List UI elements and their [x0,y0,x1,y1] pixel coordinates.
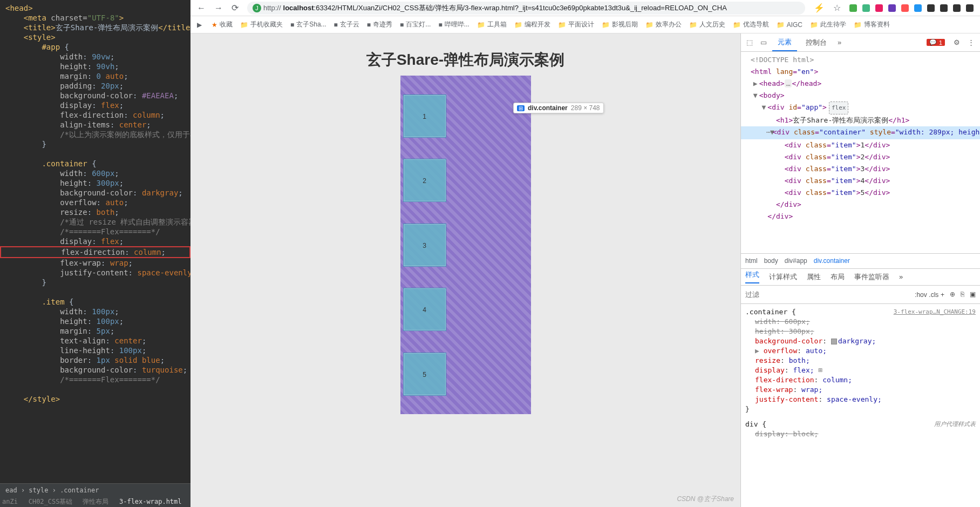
dom-tree[interactable]: <!DOCTYPE html><html lang="en"> ▶<head>…… [741,52,980,253]
styles-pane[interactable]: .container {3-flex-wrap…N_CHANGE:19width… [741,304,980,508]
dom-node[interactable]: ▼⋯<div class="container" style="width: 2… [741,126,980,139]
dom-node[interactable]: <h1>玄子Share-弹性布局演示案例</h1> [741,114,980,126]
code-line[interactable]: background-color: turquoise; [0,365,190,375]
breadcrumb-item[interactable]: html [745,257,758,265]
dom-node[interactable]: <div class="item">4</div> [741,175,980,187]
code-line[interactable]: .item { [0,297,190,307]
bookmark-item[interactable]: 📁AIGC [777,21,802,29]
code-line[interactable] [0,149,190,159]
bookmark-item[interactable]: 📁博客资料 [854,20,890,29]
bookmark-item[interactable]: 📁影视后期 [602,20,638,29]
code-line[interactable]: text-align: center; [0,336,190,346]
bookmark-item[interactable]: 📁工具箱 [477,20,507,29]
style-tab[interactable]: 布局 [831,272,845,282]
device-icon[interactable]: ▭ [758,36,769,49]
extension-icon[interactable] [849,4,857,12]
panel-icon[interactable]: ▣ [970,290,976,298]
extension-icon[interactable] [862,4,870,12]
code-line[interactable]: width: 600px; [0,168,190,178]
code-line[interactable]: resize: both; [0,207,190,217]
lightning-icon[interactable]: ⚡ [814,3,825,13]
bookmark-item[interactable]: ■玄子Sha... [290,20,326,29]
code-area[interactable]: <head> <meta charset="UTF-8"> <title>玄子S… [0,0,190,483]
inspect-icon[interactable]: ⬚ [744,36,755,49]
style-tab[interactable]: » [899,273,903,281]
code-line[interactable]: margin: 0 auto; [0,71,190,81]
gear-icon[interactable]: ⚙ [951,36,962,49]
filter-chip[interactable]: + [941,291,944,299]
code-line[interactable]: .container { [0,159,190,168]
style-tab[interactable]: 计算样式 [769,272,797,282]
breadcrumb-item[interactable]: body [764,257,778,265]
code-line[interactable]: flex-wrap: wrap; [0,258,190,268]
code-line[interactable]: display: flex; [0,100,190,110]
star-icon[interactable]: ☆ [833,3,841,13]
bookmark-item[interactable]: 📁此生待学 [810,20,846,29]
style-tab[interactable]: 样式 [745,270,759,283]
code-line[interactable]: <head> [0,3,190,13]
extension-icon[interactable] [875,4,883,12]
code-line[interactable]: height: 90vh; [0,62,190,71]
dom-node[interactable]: <div class="item">5</div> [741,187,980,199]
bookmark-item[interactable]: ■百宝灯... [400,20,431,29]
code-line[interactable]: /*通过 resize 样式自由调整演示容器大小*/ [0,217,190,227]
code-line[interactable]: display: flex; [0,236,190,246]
dom-node[interactable]: <html lang="en"> [741,66,980,78]
code-line[interactable]: /*=======Flex=======*/ [0,227,190,236]
editor-path-tabs[interactable]: anZi ›CH02_CSS基础 ›弹性布局 ›3-flex-wrap.html… [0,495,190,507]
extension-icon[interactable] [966,4,974,12]
extension-icon[interactable] [953,4,961,12]
breadcrumb-item[interactable]: div#app [785,257,807,265]
code-line[interactable]: background-color: darkgray; [0,188,190,198]
dom-node[interactable]: <div class="item">1</div> [741,139,980,151]
code-line[interactable] [0,287,190,297]
code-line[interactable]: } [0,139,190,149]
bookmark-item[interactable]: 📁优选导航 [733,20,769,29]
code-line[interactable]: flex-direction: column; [0,110,190,120]
dom-node[interactable]: <!DOCTYPE html> [741,54,980,66]
code-line[interactable]: height: 300px; [0,178,190,188]
forward-icon[interactable]: → [214,3,223,13]
dom-node[interactable]: </div> [741,211,980,222]
styles-filter-input[interactable] [745,290,909,299]
code-line[interactable]: /*=======Flex=======*/ [0,375,190,384]
code-line[interactable]: padding: 20px; [0,81,190,91]
bookmark-item[interactable]: ■奇迹秀 [367,20,392,29]
tab-console[interactable]: 控制台 [800,35,832,51]
code-line[interactable]: <meta charset="UTF-8"> [0,13,190,23]
dom-node[interactable]: <div class="item">3</div> [741,163,980,175]
bookmark-item[interactable]: ■哔哩哔... [438,20,469,29]
pin-icon[interactable]: ⎘ [961,290,964,298]
filter-chip[interactable]: .cls [929,291,938,299]
code-line[interactable]: width: 100px; [0,307,190,316]
code-line[interactable]: } [0,278,190,287]
style-tab[interactable]: 事件监听器 [854,272,889,282]
error-badge[interactable]: 💬1 [927,39,945,46]
dom-node[interactable]: ▼<div id="app">flex [741,102,980,114]
bookmark-item[interactable]: ■玄子云 [334,20,359,29]
breadcrumb-item[interactable]: div.container [814,257,850,265]
filter-chip[interactable]: :hov [915,291,927,299]
code-line[interactable]: height: 100px; [0,316,190,326]
reload-icon[interactable]: ⟳ [232,3,239,13]
code-line[interactable]: overflow: auto; [0,198,190,207]
more-tabs-icon[interactable]: » [835,36,843,49]
code-line[interactable]: align-items: center; [0,120,190,130]
extension-icon[interactable] [940,4,948,12]
dom-node[interactable]: ▶<head>…</head> [741,78,980,90]
bookmark-item[interactable]: 📁效率办公 [645,20,682,29]
extension-icon[interactable] [927,4,935,12]
code-line[interactable]: background-color: #EAEAEA; [0,91,190,100]
code-line[interactable]: border: 1px solid blue; [0,355,190,365]
code-line[interactable]: justify-content: space-evenly; [0,268,190,278]
code-line[interactable]: width: 90vw; [0,52,190,62]
kebab-icon[interactable]: ⋮ [965,36,977,49]
dom-node[interactable]: <div class="item">2</div> [741,151,980,163]
dom-breadcrumb[interactable]: htmlbodydiv#appdiv.container [741,253,980,268]
back-icon[interactable]: ← [197,3,206,13]
extension-icon[interactable] [901,4,909,12]
code-line[interactable]: <title>玄子Share-弹性布局演示案例</title> [0,23,190,32]
code-line[interactable] [0,384,190,394]
code-line[interactable]: line-height: 100px; [0,346,190,355]
flex-container-demo[interactable]: 12345 [400,76,531,414]
